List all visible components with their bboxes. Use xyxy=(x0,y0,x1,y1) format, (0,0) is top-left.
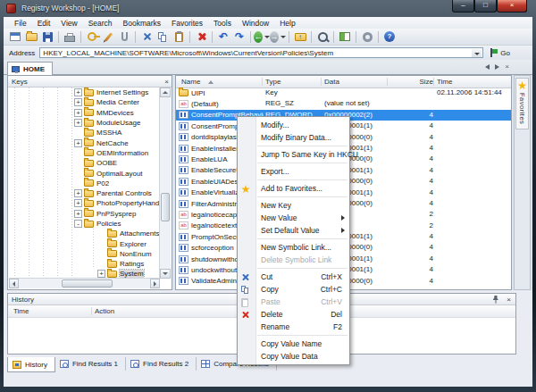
tree-item-ratings[interactable]: Ratings xyxy=(8,259,160,269)
context-menu-item-export[interactable]: Export... xyxy=(238,165,349,178)
table-row[interactable]: UIPIKey02.11.2006 14:51:44 xyxy=(176,88,511,98)
context-menu-item-new-value[interactable]: New Value xyxy=(238,212,349,224)
tree-item-optimallayout[interactable]: OptimalLayout xyxy=(8,168,160,178)
menu-edit[interactable]: Edit xyxy=(32,19,56,28)
new-value-button[interactable] xyxy=(100,29,116,45)
expander-icon[interactable]: + xyxy=(74,210,82,218)
tab-find-results-1[interactable]: Find Results 1 xyxy=(55,357,126,371)
scrollbar-thumb[interactable] xyxy=(161,193,170,221)
go-button[interactable]: Go xyxy=(500,49,510,57)
expander-icon[interactable]: + xyxy=(74,119,82,127)
tree-item-pnpsysprep[interactable]: +PnPSysprep xyxy=(8,209,160,219)
context-menu-item-set-default-value[interactable]: Set Default Value xyxy=(238,224,349,237)
context-menu-item-rename[interactable]: RenameF2 xyxy=(238,321,349,333)
close-tab-icon[interactable]: × xyxy=(505,63,509,71)
tree-item-nonenum[interactable]: NonEnum xyxy=(8,249,160,259)
tree-item-oobe[interactable]: OOBE xyxy=(8,158,160,168)
tree-item-mmdevices[interactable]: +MMDevices xyxy=(8,108,160,118)
expander-icon[interactable]: + xyxy=(74,199,82,207)
tab-find-results-2[interactable]: Find Results 2 xyxy=(126,357,197,371)
pin-icon[interactable] xyxy=(492,296,499,304)
tree-item-mssha[interactable]: MSSHA xyxy=(8,128,160,138)
tree-vertical-scrollbar[interactable] xyxy=(159,88,171,279)
context-menu-item-new-symbolic-link[interactable]: New Symbolic Link... xyxy=(238,241,349,254)
cut-button[interactable] xyxy=(138,29,155,45)
menu-favorites[interactable]: Favorites xyxy=(166,19,208,28)
expander-icon[interactable]: + xyxy=(74,109,82,117)
up-button[interactable]: ↑ xyxy=(292,29,308,45)
title-bar[interactable]: Registry Workshop - [HOME] – □ × xyxy=(0,0,536,17)
context-menu-item-cut[interactable]: CutCtrl+X xyxy=(238,271,349,283)
expander-icon[interactable]: - xyxy=(74,220,82,228)
tree-horizontal-scrollbar[interactable] xyxy=(9,278,160,288)
back-button[interactable]: ← xyxy=(254,29,270,45)
column-header-type[interactable]: Type xyxy=(265,76,281,88)
close-history-icon[interactable]: × xyxy=(507,296,511,304)
context-menu-item-delete[interactable]: DeleteDel xyxy=(238,308,349,321)
context-menu-item-copy[interactable]: CopyCtrl+C xyxy=(238,283,349,296)
help-button[interactable]: ? xyxy=(381,29,398,45)
address-dropdown-icon[interactable] xyxy=(472,49,482,58)
close-pane-icon[interactable]: × xyxy=(164,78,169,86)
print-button[interactable] xyxy=(62,29,78,45)
tree-item-policies[interactable]: -Policies xyxy=(8,219,160,229)
tree-item-netcache[interactable]: +NetCache xyxy=(8,138,160,147)
tab-history[interactable]: History xyxy=(7,357,55,372)
connect-button[interactable] xyxy=(7,29,23,45)
expander-icon[interactable]: + xyxy=(74,88,82,96)
undo-button[interactable]: ↶ xyxy=(215,29,231,45)
tree-item-parental-controls[interactable]: +Parental Controls xyxy=(8,188,160,198)
view-panel-button[interactable] xyxy=(337,29,353,45)
column-header-data[interactable]: Data xyxy=(324,76,339,88)
scroll-up-icon[interactable] xyxy=(160,88,171,97)
copy-button[interactable] xyxy=(155,29,171,45)
tree-item-internet-settings[interactable]: +Internet Settings xyxy=(8,88,160,97)
open-button[interactable] xyxy=(23,29,39,45)
close-button[interactable]: × xyxy=(497,0,527,13)
scroll-left-icon[interactable] xyxy=(9,279,19,288)
modify-button[interactable] xyxy=(116,29,132,45)
menu-view[interactable]: View xyxy=(55,19,82,28)
menu-bookmarks[interactable]: Bookmarks xyxy=(118,19,167,28)
search-button[interactable] xyxy=(314,29,331,45)
tree-item-media-center[interactable]: +Media Center xyxy=(8,97,160,107)
tree-item-photopropertyhandler[interactable]: +PhotoPropertyHandler xyxy=(8,198,160,208)
expander-icon[interactable]: + xyxy=(74,189,82,197)
history-column-time[interactable]: Time xyxy=(13,305,29,317)
column-header-time[interactable]: Time xyxy=(437,76,452,88)
menu-file[interactable]: File xyxy=(9,19,32,28)
context-menu-item-copy-value-name[interactable]: Copy Value Name xyxy=(238,338,349,350)
paste-button[interactable] xyxy=(171,29,187,45)
dropdown-arrow-icon[interactable] xyxy=(281,36,286,38)
tab-home[interactable]: HOME xyxy=(7,62,53,76)
minimize-button[interactable]: – xyxy=(452,0,474,13)
column-header-size[interactable]: Size xyxy=(390,76,433,88)
history-column-action[interactable]: Action xyxy=(95,305,114,317)
menu-search[interactable]: Search xyxy=(83,19,118,28)
tree-item-explorer[interactable]: Explorer xyxy=(8,238,160,248)
expander-icon[interactable]: + xyxy=(74,139,82,147)
save-button[interactable] xyxy=(39,29,55,45)
tree-item-attachments[interactable]: Attachments xyxy=(8,229,160,238)
maximize-button[interactable]: □ xyxy=(474,0,497,13)
forward-button[interactable]: → xyxy=(270,29,286,45)
expander-icon[interactable]: + xyxy=(74,98,82,106)
scroll-tabs-left-icon[interactable] xyxy=(485,64,490,70)
context-menu-item-new-key[interactable]: New Key xyxy=(238,199,349,212)
menu-help[interactable]: Help xyxy=(274,19,300,28)
context-menu-item-add-to-favorites[interactable]: Add to Favorites... xyxy=(238,182,349,195)
options-button[interactable] xyxy=(359,29,375,45)
tree-item-oeminformation[interactable]: OEMInformation xyxy=(8,148,160,158)
table-row[interactable]: (Default)REG_SZ(value not set) xyxy=(176,98,511,109)
tree-item-moduleusage[interactable]: +ModuleUsage xyxy=(8,118,160,128)
context-menu-item-modify[interactable]: Modify... xyxy=(238,119,349,131)
redo-button[interactable]: ↷ xyxy=(231,29,247,45)
column-header-name[interactable]: Name xyxy=(181,76,200,88)
scroll-tabs-right-icon[interactable] xyxy=(495,64,499,70)
menu-tools[interactable]: Tools xyxy=(208,19,237,28)
scrollbar-thumb[interactable] xyxy=(62,279,113,288)
address-input[interactable]: HKEY_LOCAL_MACHINE\SOFTWARE\Microsoft\Wi… xyxy=(39,47,483,58)
delete-button[interactable] xyxy=(193,29,209,45)
context-menu-item-jump-to-same-key-in-hkcu[interactable]: Jump To Same Key in HKCU xyxy=(238,148,349,161)
favorites-tab[interactable]: Favorites xyxy=(515,78,529,129)
